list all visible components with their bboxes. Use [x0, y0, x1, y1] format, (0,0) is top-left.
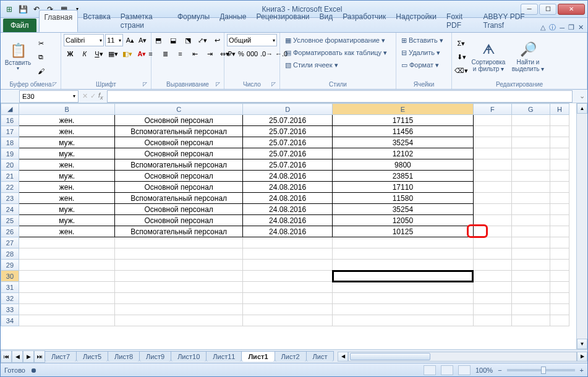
cell[interactable]	[473, 260, 511, 271]
cell[interactable]: 11580	[333, 193, 474, 204]
row-header[interactable]: 20	[1, 159, 19, 171]
cell[interactable]	[473, 115, 511, 126]
workbook-restore-icon[interactable]: ❐	[568, 23, 574, 32]
cell[interactable]: муж.	[19, 137, 114, 148]
fill-color-button[interactable]: ◧▾	[121, 48, 134, 60]
cell[interactable]	[19, 260, 114, 271]
cell[interactable]	[473, 204, 511, 215]
row-header[interactable]: 16	[1, 115, 19, 126]
cell[interactable]	[550, 248, 569, 260]
cell[interactable]	[473, 271, 511, 282]
macro-record-icon[interactable]: ⏺	[30, 366, 37, 374]
cell[interactable]	[473, 159, 511, 171]
currency-button[interactable]: ₽▾	[227, 48, 236, 60]
ribbon-tab[interactable]: Главная	[39, 10, 79, 32]
cell[interactable]: 24.08.2016	[243, 226, 333, 237]
sheet-tab[interactable]: Лист	[306, 351, 334, 362]
cell[interactable]: 24.08.2016	[243, 182, 333, 193]
workbook-min-icon[interactable]: ─	[560, 24, 565, 32]
ribbon-tab[interactable]: ABBYY PDF Transf	[479, 10, 541, 32]
cell[interactable]	[473, 171, 511, 182]
cell[interactable]	[473, 182, 511, 193]
cell[interactable]: 24.08.2016	[243, 215, 333, 226]
cell[interactable]	[511, 282, 550, 293]
cell[interactable]: 35254	[333, 204, 474, 215]
find-select-button[interactable]: 🔎Найти и выделить ▾	[509, 37, 547, 78]
cut-button[interactable]: ✂	[34, 38, 48, 50]
cell[interactable]: Вспомогательный персонал	[115, 226, 243, 237]
column-header[interactable]: G	[511, 104, 550, 115]
font-size-combo[interactable]: 11▾	[105, 34, 123, 46]
accept-entry-icon[interactable]: ✓	[90, 92, 96, 100]
sort-filter-button[interactable]: ᗗСортировка и фильтр ▾	[469, 37, 508, 78]
format-as-table-button[interactable]: ▤Форматировать как таблицу ▾	[283, 46, 393, 59]
cell[interactable]	[550, 260, 569, 271]
cell[interactable]	[115, 282, 243, 293]
column-header[interactable]: E	[333, 104, 474, 115]
cell[interactable]: жен.	[19, 193, 114, 204]
cell[interactable]	[511, 182, 550, 193]
dialog-launcher-icon[interactable]: ◸	[53, 81, 57, 87]
cell[interactable]	[243, 304, 333, 315]
cell[interactable]	[473, 282, 511, 293]
cell[interactable]	[333, 282, 474, 293]
cell[interactable]	[243, 260, 333, 271]
cell[interactable]	[511, 193, 550, 204]
cell[interactable]: жен.	[19, 115, 114, 126]
zoom-slider[interactable]	[507, 369, 575, 371]
italic-button[interactable]: К	[78, 48, 91, 60]
delete-cells-button[interactable]: ⊟Удалить ▾	[399, 46, 449, 59]
cell[interactable]	[511, 293, 550, 304]
cell[interactable]	[243, 282, 333, 293]
format-painter-button[interactable]: 🖌	[34, 65, 48, 77]
cell[interactable]	[550, 159, 569, 171]
cell[interactable]: 10125	[333, 226, 474, 237]
cell[interactable]	[511, 171, 550, 182]
increase-font-button[interactable]: A▴	[124, 34, 135, 46]
cell[interactable]: 9800	[333, 159, 474, 171]
cell[interactable]: 24.08.2016	[243, 171, 333, 182]
cell[interactable]	[473, 315, 511, 326]
formula-bar[interactable]	[107, 90, 573, 103]
align-bottom-button[interactable]: ⬔	[181, 34, 195, 46]
cell[interactable]	[115, 315, 243, 326]
cell[interactable]: муж.	[19, 148, 114, 159]
cell[interactable]: 12102	[333, 148, 474, 159]
format-cells-button[interactable]: ▭Формат ▾	[399, 59, 449, 71]
column-header[interactable]: H	[550, 104, 569, 115]
cell[interactable]	[550, 193, 569, 204]
cell[interactable]: 17115	[333, 115, 474, 126]
align-left-button[interactable]: ≡	[144, 48, 158, 60]
ribbon-tab[interactable]: Вставка	[78, 10, 116, 32]
cell[interactable]	[511, 204, 550, 215]
copy-button[interactable]: ⧉	[34, 51, 48, 64]
cell[interactable]: жен.	[19, 182, 114, 193]
cell[interactable]: жен.	[19, 226, 114, 237]
cell[interactable]	[115, 260, 243, 271]
cell[interactable]: 35254	[333, 137, 474, 148]
cell[interactable]: Основной персонал	[115, 215, 243, 226]
sheet-tab[interactable]: Лист10	[171, 351, 207, 362]
sheet-tab[interactable]: Лист8	[108, 351, 140, 362]
sheet-tab[interactable]: Лист11	[206, 351, 242, 362]
cell[interactable]	[473, 248, 511, 260]
cell[interactable]	[550, 182, 569, 193]
maximize-button[interactable]: ☐	[539, 4, 556, 15]
cell[interactable]	[333, 248, 474, 260]
cell[interactable]	[333, 260, 474, 271]
cell[interactable]: Основной персонал	[115, 115, 243, 126]
decrease-indent-button[interactable]: ⇤	[189, 48, 202, 60]
cell[interactable]	[511, 260, 550, 271]
row-header[interactable]: 28	[1, 248, 19, 260]
cell[interactable]: 12050	[333, 215, 474, 226]
fill-button[interactable]: ⬇▾	[454, 51, 468, 64]
row-header[interactable]: 25	[1, 215, 19, 226]
cell[interactable]	[511, 137, 550, 148]
comma-button[interactable]: 000	[246, 48, 258, 60]
cell[interactable]: Основной персонал	[115, 171, 243, 182]
cell[interactable]	[550, 226, 569, 237]
ribbon-tab[interactable]: Надстройки	[391, 10, 441, 32]
increase-decimal-button[interactable]: .0→	[260, 48, 273, 60]
cell[interactable]	[19, 271, 114, 282]
cell[interactable]	[243, 271, 333, 282]
